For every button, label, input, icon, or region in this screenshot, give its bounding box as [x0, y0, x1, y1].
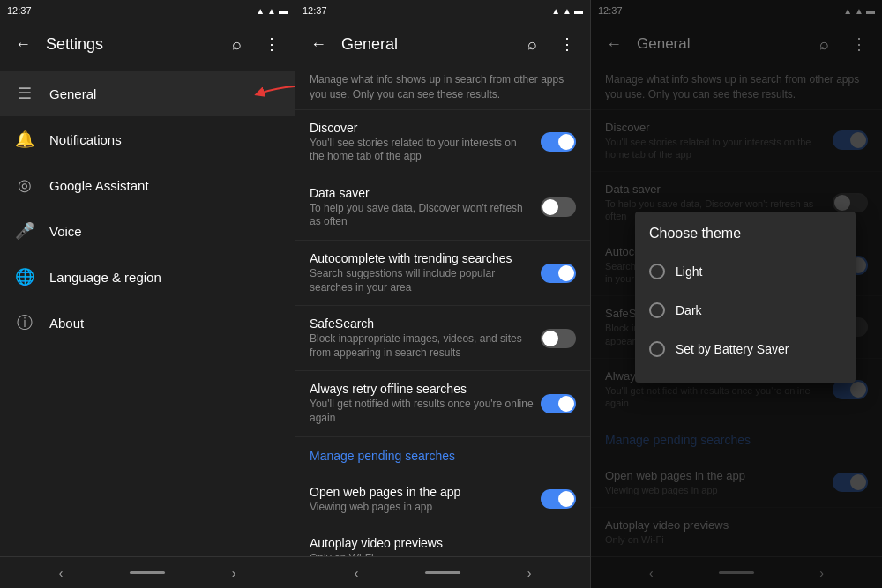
- settings-app-bar: ← Settings ⌕ ⋮: [0, 21, 295, 67]
- back-nav-2[interactable]: ‹: [330, 561, 383, 585]
- more-icon-2: ⋮: [559, 34, 575, 54]
- forward-nav-1[interactable]: ›: [207, 561, 260, 585]
- voice-icon: 🎤: [14, 220, 35, 242]
- about-icon: ⓘ: [14, 312, 35, 333]
- sidebar-item-label-about: About: [49, 316, 84, 331]
- settings-item-offline-searches[interactable]: Always retry offline searches You'll get…: [295, 371, 590, 436]
- toggle-thumb-data-saver: [542, 199, 558, 215]
- sidebar-item-label-language: Language & region: [49, 270, 161, 285]
- back-nav-1[interactable]: ‹: [34, 561, 87, 585]
- more-icon-1: ⋮: [264, 34, 280, 54]
- radio-light: [649, 264, 665, 279]
- chevron-left-icon-2: ‹: [355, 566, 359, 580]
- settings-item-title-autoplay: Autoplay video previews: [310, 536, 576, 550]
- settings-list-2: Discover You'll see stories related to y…: [295, 110, 590, 556]
- manage-link-text: Manage pending searches: [310, 449, 455, 463]
- back-icon-2: ←: [310, 35, 326, 54]
- battery-icon-2: ▬: [574, 6, 583, 16]
- toggle-autocomplete[interactable]: [541, 264, 576, 283]
- toggle-switch-open-web[interactable]: [541, 489, 576, 509]
- settings-item-subtitle-data-saver: To help you save data, Discover won't re…: [310, 202, 534, 229]
- toggle-open-web[interactable]: [541, 489, 576, 509]
- sidebar-item-label-notifications: Notifications: [49, 132, 122, 147]
- settings-item-autoplay[interactable]: Autoplay video previews Only on Wi-Fi: [295, 525, 590, 556]
- toggle-thumb-discover: [558, 134, 574, 150]
- toggle-switch-discover[interactable]: [541, 132, 576, 152]
- settings-item-content-data-saver: Data saver To help you save data, Discov…: [310, 186, 534, 229]
- settings-item-content-autocomplete: Autocomplete with trending searches Sear…: [310, 251, 534, 294]
- sidebar-item-general[interactable]: ☰ General: [0, 71, 295, 116]
- notifications-icon: 🔔: [14, 129, 35, 150]
- chevron-right-icon-1: ›: [232, 566, 236, 580]
- toggle-thumb-autocomplete: [558, 265, 574, 281]
- sidebar-item-label-voice: Voice: [49, 224, 82, 239]
- home-nav-2[interactable]: [416, 561, 469, 585]
- settings-item-content-safesearch: SafeSearch Block inappropriate images, v…: [310, 316, 534, 360]
- settings-title: Settings: [46, 35, 220, 54]
- dialog-option-label-dark: Dark: [676, 303, 702, 317]
- signal-icon: ▲: [267, 6, 276, 16]
- sidebar-item-label-assistant: Google Assistant: [49, 178, 149, 193]
- sidebar-item-google-assistant[interactable]: ◎ Google Assistant: [0, 162, 295, 208]
- sidebar-item-language[interactable]: 🌐 Language & region: [0, 254, 295, 300]
- home-nav-1[interactable]: [121, 561, 174, 585]
- sidebar-item-about[interactable]: ⓘ About: [0, 300, 295, 346]
- toggle-switch-data-saver[interactable]: [541, 197, 576, 217]
- general-title: General: [341, 35, 516, 54]
- settings-item-discover[interactable]: Discover You'll see stories related to y…: [295, 110, 590, 175]
- dialog-option-light[interactable]: Light: [635, 252, 856, 291]
- settings-item-subtitle-discover: You'll see stories related to your inter…: [310, 137, 534, 164]
- general-info-text: Manage what info shows up in search from…: [295, 67, 590, 110]
- bottom-nav-1: ‹ ›: [0, 556, 295, 588]
- toggle-thumb-open-web: [558, 491, 574, 507]
- dialog-option-label-battery: Set by Battery Saver: [676, 342, 789, 356]
- language-icon: 🌐: [14, 266, 35, 287]
- status-icons-1: ▲ ▲ ▬: [256, 6, 288, 16]
- nav-items-list: ☰ General 🔔 Notifications ◎ Google Assis…: [0, 67, 295, 556]
- wifi-icon-2: ▲: [551, 6, 560, 16]
- settings-item-content-offline: Always retry offline searches You'll get…: [310, 382, 534, 425]
- toggle-switch-safesearch[interactable]: [541, 329, 576, 348]
- settings-item-autocomplete[interactable]: Autocomplete with trending searches Sear…: [295, 241, 590, 306]
- dialog-option-dark[interactable]: Dark: [635, 291, 856, 330]
- back-button-2[interactable]: ←: [303, 28, 334, 60]
- app-bar-actions-1: ⌕ ⋮: [220, 28, 288, 60]
- settings-item-open-web[interactable]: Open web pages in the app Viewing web pa…: [295, 474, 590, 526]
- toggle-switch-offline[interactable]: [541, 394, 576, 413]
- toggle-thumb-safesearch: [542, 331, 558, 346]
- status-icons-2: ▲ ▲ ▬: [551, 6, 583, 16]
- settings-item-data-saver[interactable]: Data saver To help you save data, Discov…: [295, 175, 590, 241]
- search-button-2[interactable]: ⌕: [516, 28, 548, 60]
- home-indicator-2: [425, 571, 460, 574]
- settings-item-subtitle-open-web: Viewing web pages in app: [310, 501, 534, 515]
- toggle-data-saver[interactable]: [541, 197, 576, 217]
- settings-item-title-autocomplete: Autocomplete with trending searches: [310, 251, 534, 265]
- toggle-switch-autocomplete[interactable]: [541, 264, 576, 283]
- general-app-bar: ← General ⌕ ⋮: [295, 21, 590, 67]
- search-button-1[interactable]: ⌕: [220, 28, 252, 60]
- signal-icon-2: ▲: [563, 6, 572, 16]
- app-bar-actions-2: ⌕ ⋮: [516, 28, 583, 60]
- settings-item-content-autoplay: Autoplay video previews Only on Wi-Fi: [310, 536, 576, 556]
- more-button-1[interactable]: ⋮: [256, 28, 288, 60]
- sidebar-item-notifications[interactable]: 🔔 Notifications: [0, 116, 295, 162]
- dialog-title: Choose theme: [635, 226, 856, 252]
- settings-nav-panel: 12:37 ▲ ▲ ▬ ← Settings ⌕ ⋮ ☰ General: [0, 0, 295, 588]
- settings-item-safesearch[interactable]: SafeSearch Block inappropriate images, v…: [295, 306, 590, 371]
- settings-item-subtitle-offline: You'll get notified with results once yo…: [310, 398, 534, 425]
- toggle-discover[interactable]: [541, 132, 576, 152]
- toggle-offline[interactable]: [541, 394, 576, 413]
- manage-pending-searches-link[interactable]: Manage pending searches: [295, 437, 590, 474]
- dialog-option-battery[interactable]: Set by Battery Saver: [635, 330, 856, 368]
- sidebar-item-voice[interactable]: 🎤 Voice: [0, 208, 295, 254]
- settings-item-title-data-saver: Data saver: [310, 186, 534, 200]
- back-button-1[interactable]: ←: [7, 28, 39, 60]
- status-bar-1: 12:37 ▲ ▲ ▬: [0, 0, 295, 21]
- more-button-2[interactable]: ⋮: [551, 28, 583, 60]
- toggle-safesearch[interactable]: [541, 329, 576, 348]
- forward-nav-2[interactable]: ›: [503, 561, 556, 585]
- radio-dark: [649, 302, 665, 318]
- battery-icon: ▬: [279, 6, 288, 16]
- sidebar-item-label-general: General: [49, 86, 96, 101]
- wifi-icon: ▲: [256, 6, 265, 16]
